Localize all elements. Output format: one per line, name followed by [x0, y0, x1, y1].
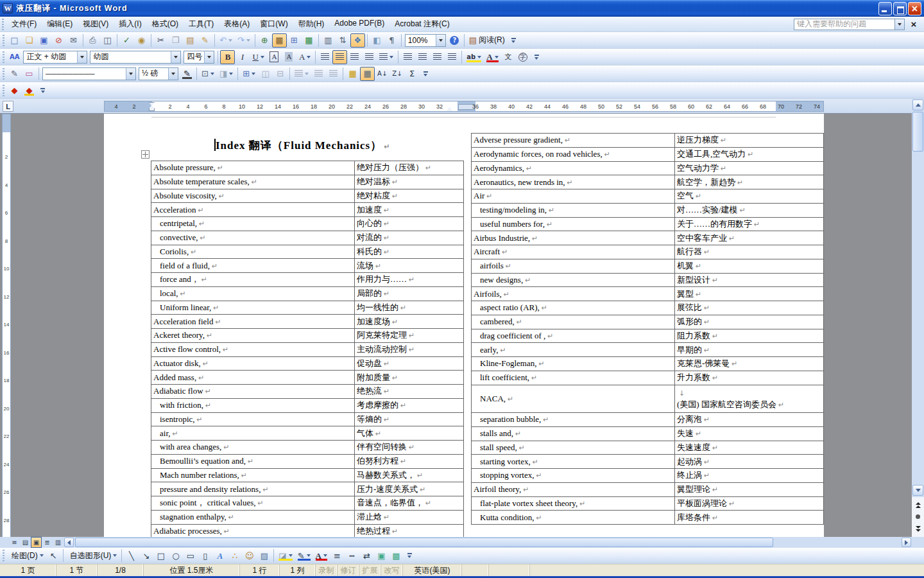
menu-item-5[interactable]: 格式(O): [147, 17, 184, 31]
help-button[interactable]: ?: [447, 33, 462, 48]
border-color-button[interactable]: ✎: [180, 67, 194, 81]
character-shading-button[interactable]: A: [282, 50, 296, 64]
close-button[interactable]: [908, 2, 921, 15]
align-right-button[interactable]: [347, 50, 362, 64]
center-button[interactable]: [332, 50, 347, 64]
en-cell[interactable]: Bemoullii’s equation and,↵: [151, 454, 355, 468]
line-spacing-button[interactable]: [377, 50, 396, 64]
close-document-button[interactable]: [907, 19, 920, 30]
oval-button[interactable]: ○: [168, 548, 183, 563]
zh-cell[interactable]: 空气动力学↵: [675, 161, 824, 175]
en-cell[interactable]: sonic point， critical values,↵: [151, 496, 355, 511]
redo-button[interactable]: ↷: [235, 33, 253, 48]
extend-mode[interactable]: 扩展: [359, 565, 381, 576]
en-cell[interactable]: lift coefficient,↵: [472, 371, 675, 385]
shadow-style-button[interactable]: ▣: [374, 548, 389, 563]
zh-cell[interactable]: 阿克莱特定理↵: [355, 329, 464, 343]
en-cell[interactable]: testing/modeling in,↵: [472, 203, 675, 217]
select-browse-object-button[interactable]: [913, 512, 923, 522]
zh-cell[interactable]: 失速速度↵: [675, 441, 824, 455]
paste-button[interactable]: ▤: [183, 33, 198, 48]
underline-button[interactable]: U: [250, 50, 266, 64]
en-cell[interactable]: cambered,↵: [472, 315, 675, 329]
zh-cell[interactable]: 关于……的有用数字↵: [675, 217, 824, 231]
en-cell[interactable]: Added mass,↵: [151, 371, 355, 385]
column-indicator[interactable]: 1 列: [280, 565, 316, 576]
zh-cell[interactable]: 科氏的↵: [355, 245, 464, 259]
distribute-button[interactable]: [362, 50, 377, 64]
en-cell[interactable]: Airbus Industrie,↵: [472, 231, 675, 245]
en-cell[interactable]: airfoils↵: [472, 259, 675, 273]
en-cell[interactable]: Kline-Fogleman,↵: [472, 357, 675, 371]
formatting-marks-button[interactable]: ¶: [384, 33, 399, 48]
zh-cell[interactable]: 促动盘↵: [355, 356, 464, 371]
en-cell[interactable]: Uniform linear,↵: [151, 301, 355, 315]
pdf-overflow-button[interactable]: [38, 84, 47, 97]
justify-button[interactable]: [318, 50, 332, 64]
zh-cell[interactable]: 绝对粘度↵: [355, 189, 464, 203]
zh-cell[interactable]: 失速↵: [675, 426, 824, 441]
en-cell[interactable]: stagnation enthalpy,↵: [151, 510, 355, 524]
columns-button[interactable]: ▥: [321, 33, 336, 48]
next-page-button[interactable]: [913, 524, 923, 534]
en-cell[interactable]: Adverse pressure gradient,↵: [472, 134, 675, 148]
open-button[interactable]: ❏: [22, 33, 37, 48]
undo-button[interactable]: ↶: [217, 33, 235, 48]
shading-color-button[interactable]: ◨: [217, 67, 235, 81]
zh-cell[interactable]: 分离泡↵: [675, 413, 824, 427]
font-color-button[interactable]: A: [484, 50, 501, 64]
language-indicator[interactable]: 英语(美国): [403, 565, 462, 576]
zh-cell[interactable]: 翼型↵: [675, 287, 824, 301]
toolbar-grip[interactable]: [3, 85, 4, 96]
zh-cell[interactable]: 库塔条件↵: [675, 511, 824, 525]
permission-button[interactable]: ⊘: [51, 33, 66, 48]
zh-cell[interactable]: 压力-速度关系式↵: [355, 482, 464, 496]
insert-table-menu-button[interactable]: ⊞: [240, 67, 258, 81]
zh-cell[interactable]: 向心的↵: [355, 217, 464, 231]
previous-page-button[interactable]: [913, 500, 923, 510]
zh-cell[interactable]: 交通工具,空气动力↵: [675, 147, 824, 161]
scroll-left-button[interactable]: [64, 538, 74, 547]
print-button[interactable]: ⎙: [85, 33, 100, 48]
zh-cell[interactable]: 终止涡↵: [675, 469, 824, 483]
zh-cell[interactable]: 机翼↵: [675, 259, 824, 273]
zh-cell[interactable]: 逆压力梯度↵: [675, 134, 824, 148]
diagram-button[interactable]: ∴: [227, 548, 242, 563]
zh-cell[interactable]: 新型设计↵: [675, 273, 824, 287]
zh-cell[interactable]: 对……实验/建模↵: [675, 203, 824, 217]
line-style-combo[interactable]: ─────────: [42, 67, 136, 80]
zh-cell[interactable]: 升力系数↵: [675, 371, 824, 385]
menu-item-8[interactable]: 窗口(W): [255, 17, 293, 31]
enclosed-characters-button[interactable]: 字: [516, 50, 531, 64]
toolbar-grip[interactable]: [3, 51, 4, 63]
horizontal-scroll-thumb[interactable]: [75, 538, 773, 547]
menu-item-10[interactable]: Adobe PDF(B): [329, 17, 389, 31]
phonetic-guide-button[interactable]: 文: [501, 50, 516, 64]
character-scaling-button[interactable]: A: [296, 50, 313, 64]
zh-cell[interactable]: 对流的↵: [355, 231, 464, 245]
menu-grip[interactable]: [2, 19, 4, 30]
en-cell[interactable]: Kutta condition,↵: [472, 511, 675, 525]
draw-table-button[interactable]: ✎: [7, 67, 22, 81]
page-of-total[interactable]: 1/8: [98, 565, 144, 576]
picture-button[interactable]: ▨: [257, 548, 271, 563]
menu-item-1[interactable]: 文件(F): [6, 17, 42, 31]
highlight-button[interactable]: ab: [464, 50, 484, 64]
en-cell[interactable]: new designs,↵: [472, 273, 675, 287]
autosum-button[interactable]: Σ: [405, 67, 420, 81]
merge-cells-button[interactable]: ◫: [258, 67, 273, 81]
numbering-button[interactable]: [400, 50, 415, 64]
menu-item-4[interactable]: 插入(I): [114, 17, 146, 31]
save-button[interactable]: ▣: [37, 33, 51, 48]
zh-cell[interactable]: 展弦比↵: [675, 301, 824, 315]
document-page[interactable]: Index 翻译（Fluid Mechanics）↵ Absolute pres…: [104, 114, 824, 537]
scroll-right-button[interactable]: [902, 538, 911, 547]
insert-excel-worksheet-button[interactable]: ▦: [302, 33, 316, 48]
record-mode[interactable]: 录制: [316, 565, 338, 576]
zh-cell[interactable]: 翼型理论↵: [675, 482, 824, 496]
print-layout-view-button[interactable]: ▣: [31, 537, 42, 548]
en-cell[interactable]: Ackeret theory,↵: [151, 329, 355, 343]
zh-cell[interactable]: 音速点，临界值，↵: [355, 496, 464, 511]
tables-and-borders-button[interactable]: ▦: [272, 33, 287, 48]
en-cell[interactable]: NACA,↵: [472, 385, 675, 413]
